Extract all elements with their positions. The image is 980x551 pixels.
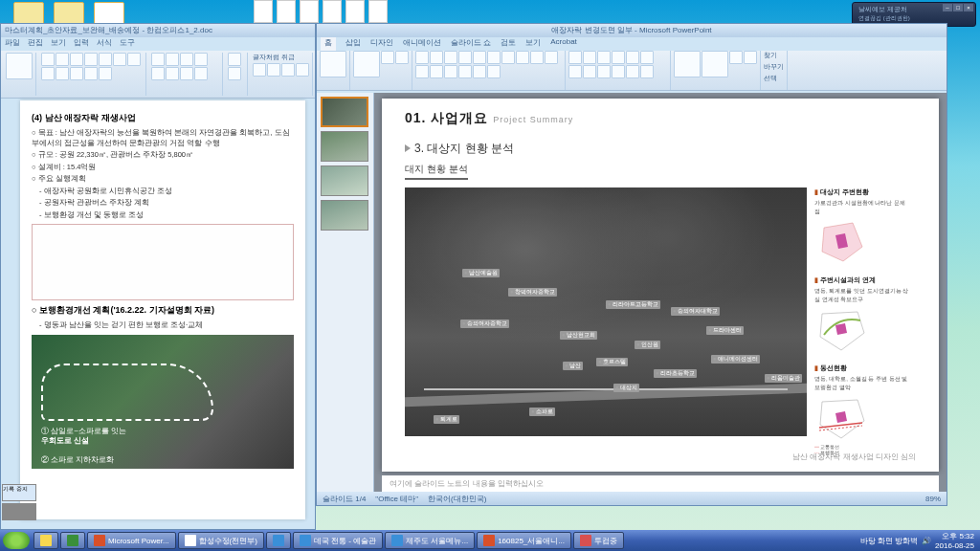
new-slide-button[interactable] <box>353 51 380 77</box>
rib-btn[interactable] <box>281 63 295 77</box>
rib-btn[interactable] <box>253 63 266 77</box>
rib-btn[interactable] <box>487 51 501 64</box>
close-icon[interactable]: × <box>964 4 973 11</box>
rib-btn[interactable] <box>151 53 165 66</box>
tab[interactable]: 보기 <box>51 37 66 51</box>
rib-btn[interactable] <box>640 51 654 64</box>
rib-btn[interactable] <box>729 51 743 64</box>
rib-btn[interactable] <box>194 67 208 80</box>
tab[interactable]: 서식 <box>97 37 112 51</box>
mini-thumb[interactable] <box>2 503 36 520</box>
rib-btn[interactable] <box>545 51 558 64</box>
task-item[interactable]: Microsoft Power... <box>87 532 176 549</box>
rib-btn[interactable] <box>381 51 394 64</box>
tab[interactable]: 입력 <box>74 37 89 51</box>
tab-home[interactable]: 홈 <box>321 37 336 51</box>
paste-button[interactable] <box>320 51 346 77</box>
rib-btn[interactable] <box>744 51 757 64</box>
rib-btn[interactable] <box>458 65 472 78</box>
rib-btn[interactable] <box>166 53 179 66</box>
rib-btn[interactable] <box>487 65 501 78</box>
rib-btn[interactable] <box>597 51 611 64</box>
tab[interactable]: 편집 <box>28 37 43 51</box>
rib-btn[interactable] <box>180 53 193 66</box>
rib-btn[interactable] <box>56 67 69 80</box>
rib-btn[interactable] <box>84 67 98 80</box>
tab-insert[interactable]: 삽입 <box>345 37 361 51</box>
rib-btn[interactable] <box>267 63 280 77</box>
word-titlebar[interactable]: 마스터계획_초안자료_보완해_배송예정 - 한컴오피스1_2.doc <box>1 24 315 37</box>
rib-btn[interactable] <box>444 51 457 64</box>
start-button[interactable] <box>3 532 30 549</box>
rib-btn[interactable] <box>568 65 582 78</box>
rib-btn[interactable] <box>583 51 596 64</box>
thumbnail-3[interactable] <box>321 165 368 196</box>
task-item[interactable]: 데국 전통 - 예술관 <box>293 532 383 549</box>
rib-btn[interactable] <box>41 53 55 66</box>
rib-btn[interactable] <box>501 51 515 64</box>
mini-thumb[interactable]: 기록 중지 <box>2 484 36 501</box>
slide-canvas[interactable]: 01. 사업개요 Project Summary 3. 대상지 현황 분석 대지… <box>382 99 939 472</box>
rib-btn[interactable] <box>151 67 165 80</box>
rib-btn[interactable] <box>228 67 241 80</box>
tab-design[interactable]: 디자인 <box>370 37 393 51</box>
notes-pane[interactable]: 여기에 슬라이드 노트의 내용을 입력하십시오 <box>382 475 939 492</box>
rib-btn[interactable] <box>228 53 241 66</box>
tab[interactable]: 파일 <box>5 37 20 51</box>
tab-acrobat[interactable]: Acrobat <box>550 37 577 51</box>
rib-btn[interactable] <box>444 65 457 78</box>
rib-btn[interactable] <box>415 65 429 78</box>
thumbnail-4[interactable] <box>321 200 368 231</box>
rib-btn[interactable] <box>473 65 486 78</box>
rib-btn[interactable] <box>41 67 55 80</box>
maximize-icon[interactable]: □ <box>953 4 963 11</box>
thumbnail-2[interactable] <box>321 131 368 162</box>
rib-btn[interactable] <box>84 53 98 66</box>
rib-btn[interactable] <box>56 53 69 66</box>
tray-icon[interactable]: 🔊 <box>922 537 931 545</box>
rib-btn[interactable] <box>597 65 611 78</box>
rib-btn[interactable] <box>127 53 141 66</box>
rib-btn[interactable] <box>640 65 654 78</box>
task-item[interactable] <box>266 532 291 549</box>
word-document[interactable]: (4) 남산 애장자락 재생사업 ○ 목표 : 남산 애장자락의 능선을 복원하… <box>20 100 305 519</box>
rib-btn[interactable] <box>395 51 409 64</box>
replace-button[interactable]: 바꾸기 <box>764 62 784 72</box>
tab-slideshow[interactable]: 슬라이드 쇼 <box>451 37 491 51</box>
minimize-icon[interactable]: – <box>943 4 952 11</box>
rib-btn[interactable] <box>583 65 596 78</box>
rib-btn[interactable] <box>458 51 472 64</box>
rib-btn[interactable] <box>626 65 639 78</box>
task-item[interactable]: 투컴중 <box>573 532 624 549</box>
rib-btn[interactable] <box>626 51 639 64</box>
quick-launch[interactable] <box>60 532 85 549</box>
rib-btn[interactable] <box>194 53 208 66</box>
rib-btn[interactable] <box>430 65 443 78</box>
find-button[interactable]: 찾기 <box>764 51 784 60</box>
system-tray[interactable]: 바탕 화면 방화벽 🔊 오후 5:32 2016-08-25 <box>855 531 980 550</box>
status-zoom[interactable]: 89% <box>925 495 941 503</box>
ppt-titlebar[interactable]: 애장자락 변경도면 일부 - Microsoft PowerPoint <box>317 24 947 37</box>
rib-btn[interactable] <box>430 51 443 64</box>
rib-btn[interactable] <box>70 67 83 80</box>
rib-btn[interactable] <box>99 53 112 66</box>
rib-btn[interactable] <box>113 53 126 66</box>
task-item[interactable]: 합성수정(전면부) <box>178 532 264 549</box>
rib-btn[interactable] <box>612 51 625 64</box>
rib-btn[interactable] <box>516 51 529 64</box>
rib-btn[interactable] <box>612 65 625 78</box>
quick-launch[interactable] <box>33 532 58 549</box>
tab-review[interactable]: 검토 <box>501 37 516 51</box>
rib-btn[interactable] <box>473 51 486 64</box>
rib-btn[interactable] <box>166 67 179 80</box>
rib-btn[interactable] <box>415 51 429 64</box>
paste-button[interactable] <box>6 53 33 79</box>
rib-btn[interactable] <box>99 67 112 80</box>
rib-btn[interactable] <box>296 63 309 77</box>
rib-btn[interactable] <box>70 53 83 66</box>
rib-btn[interactable] <box>180 67 193 80</box>
select-button[interactable]: 선택 <box>764 74 784 83</box>
arrange-button[interactable] <box>702 51 728 77</box>
task-item[interactable]: 160825_서울애니... <box>477 532 571 549</box>
shapes-button[interactable] <box>674 51 701 77</box>
